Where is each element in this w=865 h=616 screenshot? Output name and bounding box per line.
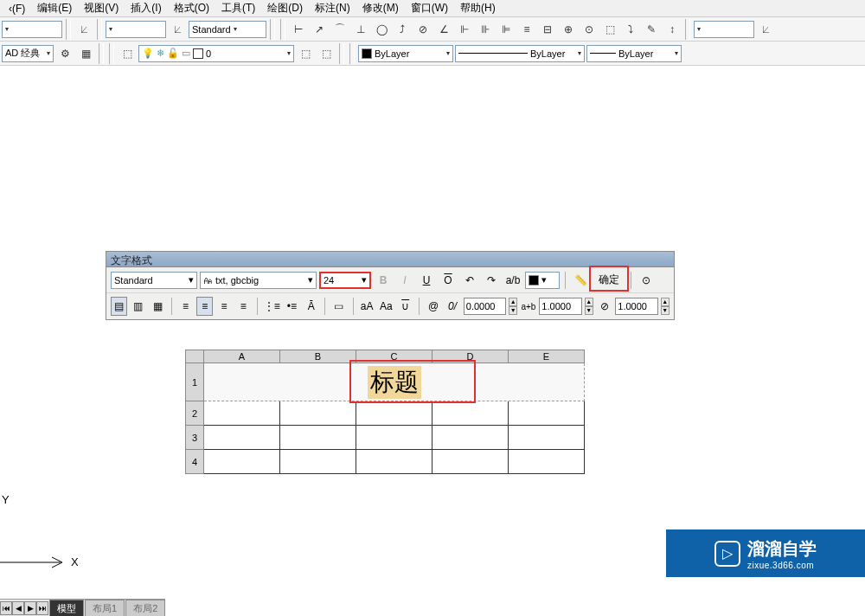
overline-button[interactable]: O: [439, 271, 458, 290]
cell[interactable]: [432, 450, 509, 474]
dim-angular-icon[interactable]: ∠: [434, 20, 453, 39]
workspace-lock-icon[interactable]: ▦: [76, 44, 95, 63]
menu-format[interactable]: 格式(O): [169, 0, 215, 17]
width-spinner[interactable]: ▲▼: [585, 298, 593, 315]
color-dd[interactable]: ByLayer▾: [358, 45, 453, 62]
tab-model[interactable]: 模型: [49, 600, 84, 617]
col-header[interactable]: E: [509, 350, 585, 363]
oblique-input[interactable]: 1.0000: [615, 298, 657, 315]
tolerance-icon[interactable]: ⊕: [559, 20, 578, 39]
oblique-spinner[interactable]: ▲▼: [661, 298, 670, 315]
tab-first-icon[interactable]: ⏮: [0, 601, 12, 615]
lineweight-dd[interactable]: ByLayer▾: [586, 45, 682, 62]
cell[interactable]: [509, 401, 585, 426]
menu-window[interactable]: 窗口(W): [406, 0, 453, 17]
layer-filter-icon[interactable]: ⬚: [296, 44, 315, 63]
linetype-dd[interactable]: ByLayer▾: [455, 45, 585, 62]
width-factor-input[interactable]: 1.0000: [539, 298, 581, 315]
dim-tedit-icon[interactable]: ↕: [663, 20, 682, 39]
cell[interactable]: [432, 401, 509, 426]
workspace-dd[interactable]: AD 经典▾: [2, 45, 54, 62]
menu-file[interactable]: ‹(F): [3, 1, 30, 16]
underline-button[interactable]: U: [417, 271, 436, 290]
dim-ordinate-icon[interactable]: ⊥: [351, 20, 370, 39]
tab-prev-icon[interactable]: ◀: [12, 601, 24, 615]
col-header[interactable]: C: [356, 350, 432, 363]
layer-state-icon[interactable]: ⬚: [317, 44, 336, 63]
jog-line-icon[interactable]: ⤵: [621, 20, 640, 39]
justify-full-icon[interactable]: ≡: [235, 297, 252, 316]
cell[interactable]: [509, 450, 585, 474]
style-dd-1[interactable]: ▾: [2, 21, 62, 38]
menu-modify[interactable]: 修改(M): [357, 0, 404, 17]
menu-insert[interactable]: 插入(I): [125, 0, 166, 17]
dim-space-icon[interactable]: ≡: [517, 20, 536, 39]
tracking-spinner[interactable]: ▲▼: [509, 298, 517, 315]
dim-radius-icon[interactable]: ◯: [372, 20, 391, 39]
justify-right-icon[interactable]: ≡: [215, 297, 232, 316]
align-topright-icon[interactable]: ▦: [150, 297, 166, 316]
oblique-angle-icon[interactable]: ⊘: [596, 297, 612, 316]
annotation-scale-icon[interactable]: ⟀: [74, 20, 93, 39]
col-header[interactable]: A: [204, 350, 280, 363]
menu-edit[interactable]: 编辑(E): [32, 0, 77, 17]
dim-edit-icon[interactable]: ✎: [642, 20, 661, 39]
dim-aligned-icon[interactable]: ↗: [310, 20, 329, 39]
title-cell[interactable]: 标题: [204, 363, 585, 401]
dim-arc-icon[interactable]: ⌒: [330, 20, 349, 39]
upper-aA-icon[interactable]: aA: [358, 297, 375, 316]
options-button[interactable]: ⊙: [637, 271, 656, 290]
bold-button[interactable]: B: [374, 271, 393, 290]
layers-icon[interactable]: ⬚: [118, 44, 137, 63]
tab-last-icon[interactable]: ⏭: [36, 601, 48, 615]
col-header[interactable]: D: [432, 350, 509, 363]
ruler-button[interactable]: 📏: [571, 271, 590, 290]
tracking-input[interactable]: 0.0000: [464, 298, 506, 315]
table-corner[interactable]: [185, 350, 204, 363]
uppercase-icon[interactable]: Ā: [303, 297, 319, 316]
justify-left-icon[interactable]: ≡: [177, 297, 194, 316]
symbol-at-icon[interactable]: @: [425, 297, 441, 316]
numbering-icon[interactable]: ⋮≡: [263, 297, 281, 316]
menu-help[interactable]: 帮助(H): [455, 0, 501, 17]
cell[interactable]: [204, 450, 280, 474]
fontsize-select[interactable]: 24▾: [319, 272, 371, 289]
tab-layout2[interactable]: 布局2: [125, 600, 165, 617]
align-topleft-icon[interactable]: ▤: [111, 297, 127, 316]
dim-linear-icon[interactable]: ⊢: [289, 20, 308, 39]
italic-button[interactable]: I: [395, 271, 414, 290]
dim-break-icon[interactable]: ⊟: [538, 20, 557, 39]
align-topcenter-icon[interactable]: ▥: [130, 297, 146, 316]
textstyle-select[interactable]: Standard▾: [111, 272, 197, 289]
menu-draw[interactable]: 绘图(D): [262, 0, 308, 17]
inspect-icon[interactable]: ⬚: [600, 20, 619, 39]
row-header[interactable]: 4: [185, 450, 204, 474]
dimstyle-dd[interactable]: ▾: [694, 21, 754, 38]
row-header[interactable]: 1: [185, 363, 204, 401]
justify-center-icon[interactable]: ≡: [196, 297, 213, 316]
title-text[interactable]: 标题: [368, 366, 421, 399]
col-header[interactable]: B: [280, 350, 356, 363]
oblique-icon[interactable]: 0/: [444, 297, 460, 316]
cell[interactable]: [509, 426, 585, 450]
undo-button[interactable]: ↶: [460, 271, 479, 290]
dim-diameter-icon[interactable]: ⊘: [413, 20, 432, 39]
menu-annotate[interactable]: 标注(N): [310, 0, 356, 17]
cell[interactable]: [356, 450, 432, 474]
menu-view[interactable]: 视图(V): [79, 0, 124, 17]
cell[interactable]: [280, 401, 356, 426]
stack-button[interactable]: a/b: [503, 271, 522, 290]
dim-jogged-icon[interactable]: ⤴: [393, 20, 412, 39]
row-header[interactable]: 2: [185, 401, 204, 426]
style-dd-2[interactable]: ▾: [106, 21, 166, 38]
tab-next-icon[interactable]: ▶: [24, 601, 36, 615]
bullets-icon[interactable]: •≡: [284, 297, 300, 316]
cell[interactable]: [356, 426, 432, 450]
center-mark-icon[interactable]: ⊙: [580, 20, 599, 39]
font-select[interactable]: 🗛txt, gbcbig▾: [200, 272, 317, 289]
cell[interactable]: [356, 401, 432, 426]
dimstyle-mgr-icon[interactable]: ⟀: [756, 20, 775, 39]
menu-tools[interactable]: 工具(T): [216, 0, 260, 17]
color-select[interactable]: ▾: [525, 272, 560, 289]
redo-button[interactable]: ↷: [482, 271, 501, 290]
